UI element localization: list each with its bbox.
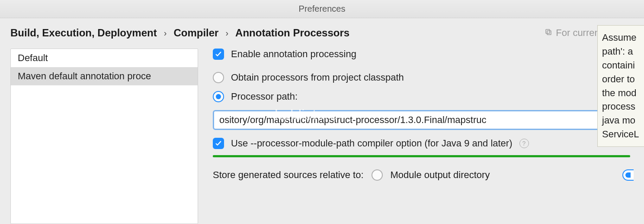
enable-annotation-checkbox[interactable] <box>213 49 224 60</box>
profile-list-item[interactable]: Maven default annotation proce <box>11 67 198 85</box>
module-output-dir-radio[interactable] <box>372 169 383 181</box>
profile-list-item[interactable]: Default <box>11 49 198 67</box>
breadcrumb: Build, Execution, Deployment › Compiler … <box>10 27 349 39</box>
window-title: Preferences <box>299 4 346 14</box>
store-sources-label: Store generated sources relative to: <box>213 169 364 181</box>
breadcrumb-item[interactable]: Compiler <box>173 27 218 39</box>
chevron-right-icon: › <box>225 28 228 38</box>
svg-rect-0 <box>547 31 551 35</box>
help-icon[interactable]: ? <box>519 139 529 148</box>
processor-path-radio[interactable] <box>213 91 224 102</box>
module-output-dir-label: Module output directory <box>391 169 490 181</box>
processor-path-label: Processor path: <box>231 91 298 102</box>
obtain-classpath-label: Obtain processors from project classpath <box>231 72 404 83</box>
other-store-radio[interactable] <box>622 169 634 181</box>
use-module-path-checkbox[interactable] <box>213 138 224 149</box>
obtain-classpath-radio[interactable] <box>213 72 224 83</box>
breadcrumb-item[interactable]: Annotation Processors <box>235 27 349 39</box>
enable-annotation-label: Enable annotation processing <box>231 49 356 60</box>
profile-list[interactable]: Default Maven default annotation proce <box>10 49 198 224</box>
help-tooltip: Assume path': a containi order to the mo… <box>597 25 644 147</box>
svg-rect-1 <box>546 29 550 33</box>
window-titlebar: Preferences <box>0 0 644 18</box>
processor-path-input[interactable] <box>213 110 628 130</box>
highlight-underline <box>213 155 630 157</box>
copy-icon <box>545 27 552 39</box>
chevron-right-icon: › <box>164 28 167 38</box>
profile-label: Maven default annotation proce <box>18 71 151 81</box>
breadcrumb-item[interactable]: Build, Execution, Deployment <box>10 27 157 39</box>
profile-label: Default <box>18 52 48 63</box>
use-module-path-label: Use --processor-module-path compiler opt… <box>231 138 513 149</box>
